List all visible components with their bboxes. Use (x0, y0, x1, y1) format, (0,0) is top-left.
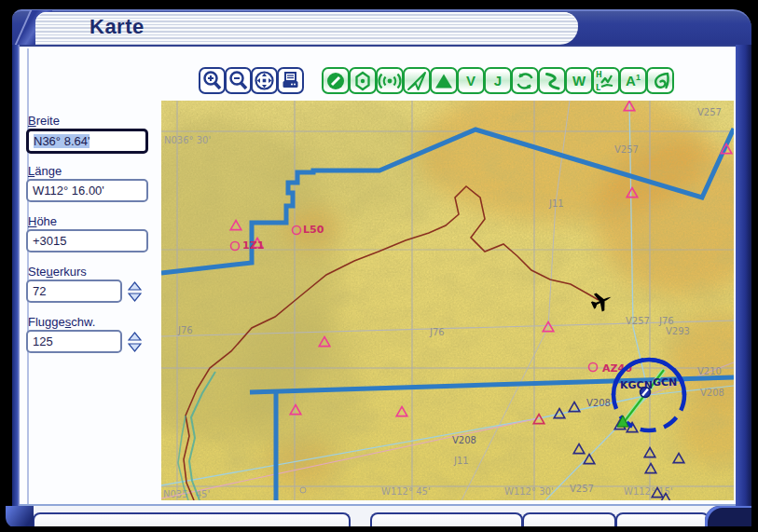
stepper-arrows-icon (128, 332, 142, 352)
wind-toggle-button[interactable] (646, 67, 674, 94)
lat-label: N036° 30' (164, 135, 211, 145)
breite-label: Breite (28, 114, 60, 128)
bottom-right-corner (705, 506, 751, 528)
svg-text:J11: J11 (453, 456, 469, 466)
window-bottom-edge (0, 526, 758, 532)
breite-field[interactable]: N36° 8.64' (26, 129, 148, 154)
pan-icon (253, 69, 276, 92)
kgcn-label: KGCN (620, 379, 653, 391)
wind-swirl-icon (649, 70, 671, 92)
svg-text:J76: J76 (658, 316, 674, 326)
airspace-toggle-button[interactable] (511, 67, 539, 94)
route-icon (541, 70, 563, 92)
airport-icon (324, 70, 347, 92)
flight-sim-map-window: { "window": { "title": "Karte" }, "toolb… (0, 0, 758, 532)
paper-plane-icon (406, 70, 428, 92)
print-button[interactable] (277, 67, 304, 94)
svg-text:V257: V257 (626, 316, 650, 326)
flightplan-toggle-button[interactable] (538, 67, 566, 94)
hoehe-label: Höhe (28, 214, 57, 228)
laenge-label: Länge (28, 164, 62, 178)
pan-button[interactable] (251, 67, 278, 94)
pressure-toggle-button[interactable]: H L (592, 67, 620, 94)
triangle-icon (433, 70, 455, 92)
steuerkurs-stepper[interactable] (124, 280, 145, 303)
hoehe-field[interactable] (26, 229, 148, 252)
left-frame (12, 45, 20, 506)
svg-text:H: H (596, 71, 602, 79)
fluggeschw-stepper[interactable] (124, 330, 145, 353)
map-layer-toolbar: V J W H L A1 (322, 67, 673, 94)
jet-airways-toggle-button[interactable]: J (484, 67, 512, 94)
breite-value: N36° 8.64' (34, 134, 90, 148)
ndb-toggle-button[interactable] (349, 67, 377, 94)
laenge-field[interactable] (26, 179, 148, 202)
fluggeschw-label: Fluggeschw. (28, 315, 95, 329)
weather-toggle-button[interactable]: W (565, 67, 593, 94)
terrain-text-toggle-button[interactable]: A1 (619, 67, 647, 94)
radio-waves-icon (378, 70, 402, 92)
svg-text:V257: V257 (570, 484, 594, 494)
circular-arrows-icon (514, 70, 536, 92)
victor-label: V (466, 74, 475, 88)
zoom-in-button[interactable] (199, 67, 226, 94)
jet-label: J (494, 74, 502, 88)
lon-label: W112° 30' (504, 486, 554, 497)
a1-label: A1 (626, 74, 641, 88)
svg-text:V208: V208 (700, 388, 724, 398)
svg-text:J76: J76 (429, 327, 445, 337)
zoom-in-icon (200, 69, 224, 92)
svg-text:V210: V210 (697, 366, 722, 376)
weather-label: W (572, 74, 586, 88)
svg-text:V257: V257 (697, 107, 722, 117)
svg-text:V208: V208 (452, 435, 476, 445)
map-nav-toolbar (199, 67, 303, 94)
lon-label: W112° 45' (381, 486, 431, 497)
airport-label-1z1: 1Z1 (242, 239, 264, 252)
steuerkurs-field[interactable] (26, 280, 122, 303)
steuerkurs-label: Steuerkurs (28, 265, 87, 279)
terrain-shading (161, 101, 734, 500)
airports-toggle-button[interactable] (322, 67, 350, 94)
svg-text:J11: J11 (548, 198, 564, 209)
bottom-left-corner (6, 506, 34, 528)
vfr-toggle-button[interactable] (403, 67, 431, 94)
map-canvas[interactable]: N036° 30' N035° 45' W112° 45' W112° 30' … (161, 101, 734, 500)
svg-text:V257: V257 (614, 144, 639, 155)
svg-text:V208: V208 (586, 398, 611, 408)
intersections-toggle-button[interactable] (430, 67, 458, 94)
right-frame (736, 45, 751, 506)
svg-text:J76: J76 (177, 325, 193, 335)
pressure-fronts-icon: H L (594, 70, 618, 92)
victor-airways-toggle-button[interactable]: V (457, 67, 485, 94)
zoom-out-button[interactable] (225, 67, 252, 94)
airport-label-l50: L50 (303, 224, 324, 236)
window-title: Karte (90, 15, 145, 39)
ndb-icon (351, 70, 374, 92)
ils-toggle-button[interactable] (376, 67, 404, 94)
svg-text:V293: V293 (666, 326, 690, 336)
stepper-arrows-icon (128, 281, 142, 302)
zoom-out-icon (227, 69, 250, 92)
gcn-vor-label: GCN (653, 376, 677, 389)
fluggeschw-field[interactable] (26, 330, 122, 353)
svg-text:L: L (596, 84, 600, 92)
print-icon (279, 69, 302, 92)
